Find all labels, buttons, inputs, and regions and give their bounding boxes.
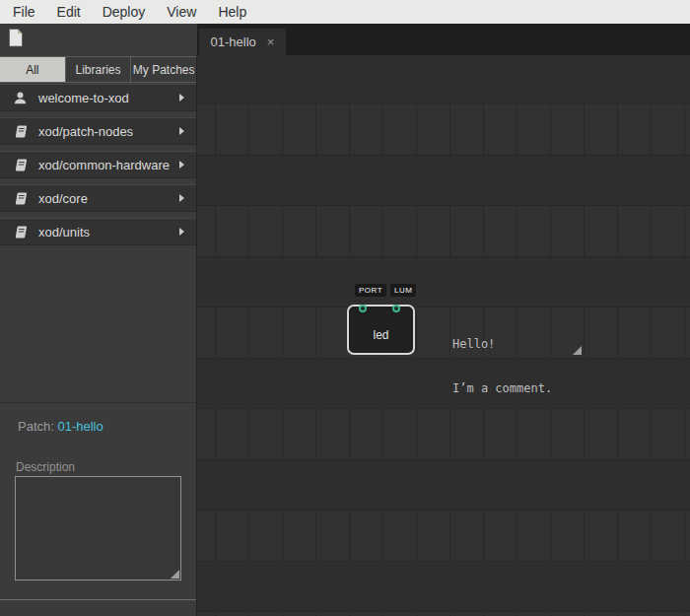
pin-port[interactable] <box>359 305 367 312</box>
editor-tab-01-hello[interactable]: 01-hello × <box>199 29 286 55</box>
editor-tabbar: 01-hello × <box>197 24 690 55</box>
patch-info-panel <box>0 402 196 403</box>
sidebar-item-xod-patch-nodes[interactable]: xod/patch-nodes <box>0 117 196 145</box>
patch-name-link[interactable]: 01-hello <box>57 419 103 434</box>
comment-line: Hello! <box>452 337 583 352</box>
pin-label-lum: LUM <box>390 284 416 297</box>
tab-my-patches[interactable]: My Patches <box>131 57 196 82</box>
chevron-right-icon <box>179 127 184 135</box>
sidebar-item-welcome-to-xod[interactable]: welcome-to-xod <box>0 84 196 111</box>
patch-label-line: Patch: 01-hello <box>18 419 104 434</box>
sidebar-divider <box>0 599 196 600</box>
project-toolbar <box>0 24 197 55</box>
book-icon <box>13 191 28 206</box>
description-textarea[interactable] <box>15 476 181 581</box>
patch-canvas[interactable]: PORT LUM led Hello! I’m a comment. <box>197 55 690 616</box>
tab-libraries[interactable]: Libraries <box>66 57 132 82</box>
sidebar-item-label: xod/common-hardware <box>38 158 179 172</box>
comment-block[interactable]: Hello! I’m a comment. <box>452 308 583 355</box>
sidebar-item-label: xod/units <box>38 225 179 240</box>
chevron-right-icon <box>179 161 184 169</box>
node-label: led <box>349 328 413 342</box>
tab-all[interactable]: All <box>0 57 66 82</box>
editor-tab-label: 01-hello <box>211 34 256 49</box>
project-browser-sidebar: All Libraries My Patches welcome-to-xod <box>0 55 197 616</box>
book-icon <box>13 225 28 240</box>
new-patch-document-icon[interactable] <box>8 29 24 51</box>
node-led[interactable]: PORT LUM led <box>347 305 415 355</box>
resize-handle-icon[interactable] <box>171 570 179 579</box>
chevron-right-icon <box>179 228 184 236</box>
user-icon <box>13 91 28 105</box>
book-icon <box>13 158 28 172</box>
sidebar-item-xod-core[interactable]: xod/core <box>0 184 196 212</box>
chevron-right-icon <box>179 94 184 102</box>
patch-label: Patch: <box>18 419 54 434</box>
pin-label-port: PORT <box>355 284 386 297</box>
menu-help[interactable]: Help <box>207 0 257 24</box>
comment-resize-handle-icon[interactable] <box>573 346 582 355</box>
description-label: Description <box>16 460 75 474</box>
browser-filter-tabs: All Libraries My Patches <box>0 56 196 83</box>
tab-close-icon[interactable]: × <box>267 35 275 48</box>
sidebar-item-label: welcome-to-xod <box>38 91 179 105</box>
chevron-right-icon <box>179 194 184 202</box>
sidebar-item-xod-common-hardware[interactable]: xod/common-hardware <box>0 151 196 178</box>
menu-deploy[interactable]: Deploy <box>92 0 157 24</box>
menu-view[interactable]: View <box>156 0 207 24</box>
pin-lum[interactable] <box>392 305 400 312</box>
sidebar-item-label: xod/core <box>38 191 179 206</box>
xod-ide-window: File Edit Deploy View Help 01-hello × Al… <box>0 0 690 616</box>
comment-line: I’m a comment. <box>452 381 583 396</box>
sidebar-item-xod-units[interactable]: xod/units <box>0 218 196 245</box>
menubar: File Edit Deploy View Help <box>0 0 690 24</box>
menu-edit[interactable]: Edit <box>46 0 92 24</box>
menu-file[interactable]: File <box>2 0 46 24</box>
sidebar-item-label: xod/patch-nodes <box>38 124 179 139</box>
book-icon <box>13 124 28 139</box>
